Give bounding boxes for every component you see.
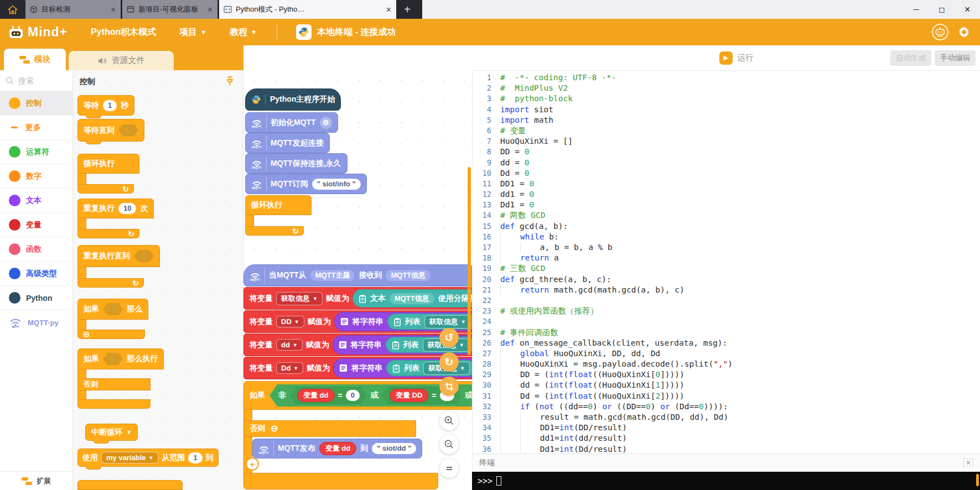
terminal-console[interactable]: >>> — [472, 472, 980, 490]
pin-icon[interactable] — [225, 76, 235, 88]
variable-dropdown[interactable]: Dd▼ — [276, 362, 303, 374]
doc-tab-dashboard[interactable]: 新项目-可视化面板 ✕ — [122, 0, 217, 19]
sidebar-item-operators[interactable]: 运算符 — [0, 140, 72, 164]
manual-edit-button[interactable]: 手动编辑 — [935, 50, 976, 66]
doc-tab-python-mode[interactable]: Python模式 - Pytho… ✕ — [219, 0, 396, 19]
block-when-mqtt-received[interactable]: MQTT 当MQTT从 MQTT主题 接收到 MQTT信息 — [243, 264, 472, 286]
menu-project[interactable]: 项目▼ — [179, 27, 206, 38]
variable-dropdown[interactable]: 获取信息▼ — [276, 292, 323, 305]
block-text-split[interactable]: 文本 MQTT信息 使用分隔符 — [352, 289, 472, 307]
sidebar-item-control[interactable]: 控制 — [0, 91, 72, 116]
block-forever[interactable]: 循环执行 — [245, 195, 312, 215]
block-list-item[interactable]: 列表 获取信息▼ — [386, 360, 472, 376]
number-input[interactable]: 1 — [103, 100, 117, 111]
sidebar-item-numbers[interactable]: 数字 — [0, 164, 72, 189]
palette-block-if-else[interactable]: 如果 那么执行 — [77, 348, 164, 369]
boolean-slot[interactable] — [118, 124, 138, 137]
tab-modules[interactable]: 模块 — [3, 48, 66, 70]
terminal-close-icon[interactable]: ✕ — [963, 458, 973, 467]
palette-block-repeat-until[interactable]: 重复执行直到 — [77, 245, 160, 267]
palette-block-wait[interactable]: 等待 1 秒 — [77, 95, 134, 116]
tab-close-icon[interactable]: ✕ — [386, 6, 392, 14]
add-branch-icon[interactable]: ⊕ — [82, 330, 90, 339]
block-if-condition[interactable]: 如果 非 变量 dd = 0 或 变量 DD = 或 — [243, 381, 472, 410]
terminal-scrollbar[interactable] — [976, 474, 979, 486]
block-list-item[interactable]: 列表 获取信息▼ — [387, 314, 472, 330]
variable-pill[interactable]: 变量 dd — [319, 442, 357, 455]
boolean-slot[interactable] — [103, 303, 123, 315]
block-list-item[interactable]: 列表 获取信息▼ — [386, 337, 472, 353]
block-set-var-Dd[interactable]: 将变量 Dd▼ 赋值为 将字符串 列表 获取信息▼ — [243, 357, 472, 379]
variable-dropdown[interactable]: dd▼ — [276, 339, 303, 351]
palette-block-repeat[interactable]: 重复执行 10 次 — [77, 199, 154, 218]
ai-assistant-icon[interactable] — [931, 23, 949, 41]
block-mqtt-keepalive[interactable]: MQTT MQTT保持连接,永久 — [245, 153, 348, 174]
tab-resources[interactable]: 资源文件 — [69, 51, 174, 70]
block-mqtt-subscribe[interactable]: MQTT MQTT订阅 " siot/info " — [245, 174, 367, 194]
minimize-button[interactable]: ─ — [904, 0, 929, 19]
undo-button[interactable]: ↺ — [439, 328, 459, 347]
screenshot-button[interactable] — [439, 377, 459, 396]
reporter-slot[interactable]: MQTT信息 — [386, 270, 431, 281]
tab-close-icon[interactable]: ✕ — [207, 6, 213, 14]
sidebar-item-more[interactable]: 更多 — [0, 116, 72, 140]
palette-block-use-range[interactable]: 使用 my variable▼ 从范围 1 到 — [77, 449, 219, 467]
variable-pill[interactable]: 变量 DD — [390, 389, 428, 402]
canvas-scrollbar[interactable] — [468, 167, 471, 355]
reporter-slot[interactable]: MQTT主题 — [310, 270, 355, 281]
gear-icon[interactable] — [957, 25, 971, 39]
mode-label[interactable]: Python积木模式 — [91, 27, 156, 38]
collapse-branch-icon[interactable]: ⊖ — [271, 424, 278, 433]
search-box[interactable] — [0, 70, 72, 91]
workspace-canvas[interactable]: Python主程序开始 MQTT 初始化MQTT ⚙ MQTT MQTT发起连接… — [243, 70, 472, 490]
number-input[interactable]: 1 — [188, 452, 202, 463]
variable-pill[interactable]: 变量 dd — [297, 389, 335, 402]
reporter-slot[interactable]: MQTT信息 — [390, 293, 434, 304]
block-set-var-DD[interactable]: 将变量 DD▼ 赋值为 将字符串 列表 获取信息▼ — [243, 310, 472, 333]
sidebar-item-text[interactable]: 文本 — [0, 189, 72, 213]
string-input[interactable]: " siot/dd " — [372, 443, 416, 454]
palette-block-if[interactable]: 如果 那么 — [77, 299, 148, 320]
zoom-out-button[interactable] — [439, 435, 459, 454]
block-set-var-get[interactable]: 将变量 获取信息▼ 赋值为 文本 MQTT信息 使用分隔符 — [243, 287, 472, 310]
zoom-in-button[interactable] — [439, 411, 459, 430]
redo-button[interactable]: ↻ — [439, 352, 459, 372]
block-mqtt-init[interactable]: MQTT 初始化MQTT ⚙ — [245, 112, 338, 133]
palette-block-wait-until[interactable]: 等待直到 — [77, 119, 144, 142]
block-mqtt-publish[interactable]: MQTT MQTT发布 变量 dd 到 " siot/dd " — [252, 439, 422, 458]
close-button[interactable]: ✕ — [955, 0, 980, 19]
extension-button[interactable]: 扩展 — [0, 471, 72, 490]
zoom-reset-button[interactable] — [439, 458, 459, 478]
run-button[interactable]: ▶ 运行 — [719, 51, 754, 65]
menu-tutorial[interactable]: 教程▼ — [230, 27, 257, 38]
boolean-slot[interactable] — [103, 353, 123, 365]
sidebar-item-python[interactable]: Python — [0, 286, 72, 310]
equals-block[interactable]: 变量 dd = 0 — [290, 387, 367, 404]
mindplus-logo[interactable]: Mind+ — [8, 25, 68, 40]
doc-tab-object-detection[interactable]: 目标检测 ✕ — [25, 0, 121, 19]
variable-dropdown[interactable]: 获取信息▼ — [424, 315, 471, 329]
block-mqtt-connect[interactable]: MQTT MQTT发起连接 — [245, 133, 330, 153]
tab-close-icon[interactable]: ✕ — [110, 6, 116, 14]
string-input[interactable]: " siot/info " — [312, 179, 361, 190]
connection-status[interactable]: 本地终端 - 连接成功 — [317, 27, 396, 38]
home-button[interactable] — [0, 0, 25, 19]
block-set-var-dd[interactable]: 将变量 dd▼ 赋值为 将字符串 列表 获取信息▼ — [243, 333, 472, 356]
code-editor[interactable]: 1# -*- coding: UTF-8 -*-2# MindPlus V23#… — [472, 70, 980, 453]
variable-dropdown[interactable]: my variable▼ — [101, 452, 158, 463]
number-input[interactable]: 0 — [346, 390, 360, 401]
sidebar-item-functions[interactable]: 函数 — [0, 237, 72, 262]
auto-generate-button[interactable]: 自动生成 — [890, 50, 931, 66]
boolean-slot[interactable] — [134, 250, 154, 262]
maximize-button[interactable]: ◻ — [929, 0, 955, 19]
block-else-bar[interactable]: 否则 ⊖ — [243, 420, 416, 437]
palette-block-forever[interactable]: 循环执行 — [77, 154, 139, 174]
gear-icon[interactable]: ⚙ — [320, 117, 332, 129]
new-tab-button[interactable]: + — [398, 0, 417, 19]
number-input[interactable]: 10 — [118, 203, 136, 214]
search-input[interactable] — [17, 76, 61, 86]
sidebar-item-mqtt-py[interactable]: MQTT MQTT-py — [0, 310, 72, 335]
add-branch-button[interactable]: + — [246, 457, 259, 471]
variable-dropdown[interactable]: DD▼ — [276, 316, 304, 327]
block-python-main[interactable]: Python主程序开始 — [245, 88, 341, 111]
